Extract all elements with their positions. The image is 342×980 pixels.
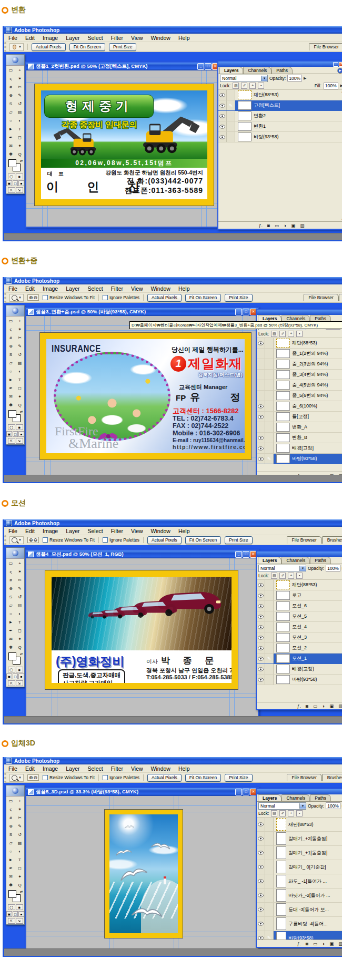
layer-name[interactable]: 모션_4 — [292, 624, 307, 630]
notes-tool-icon[interactable]: ✉ — [6, 392, 15, 401]
maximize-button[interactable]: □ — [205, 63, 212, 70]
delete-layer-button[interactable]: ▥ — [300, 223, 304, 228]
palette-tab[interactable]: Channels — [243, 67, 271, 74]
opacity-value[interactable]: 100% — [287, 75, 302, 81]
slice-tool-icon[interactable]: ✂ — [15, 576, 24, 584]
app-title-bar[interactable]: Adobe Photoshop — [4, 757, 342, 764]
eraser-tool-icon[interactable]: ▱ — [6, 108, 15, 116]
new-layer-button[interactable]: ▣ — [329, 703, 334, 709]
lock-position-icon[interactable]: + — [288, 573, 294, 579]
minimize-button[interactable]: _ — [197, 63, 204, 70]
delete-layer-button[interactable]: ▥ — [338, 941, 342, 946]
layer-thumbnail[interactable] — [238, 101, 252, 110]
zoom-tool-icon[interactable]: Q — [15, 643, 24, 651]
layer-thumbnail[interactable] — [276, 665, 290, 673]
ignore-palettes-checkbox[interactable]: Ignore Palettes — [103, 775, 139, 780]
notes-tool-icon[interactable]: ✉ — [6, 872, 15, 881]
full-screen-button[interactable]: ■ — [18, 431, 24, 437]
add-mask-button[interactable]: ◙ — [306, 703, 308, 709]
layer-name[interactable]: 파도_ -1[들어가 ... — [288, 878, 327, 885]
type-tool-icon[interactable]: T — [15, 855, 24, 864]
layer-name[interactable]: 구름바탕 -4[들어... — [288, 921, 328, 927]
layer-thumbnail[interactable] — [276, 622, 290, 631]
slice-tool-icon[interactable]: ✂ — [15, 83, 24, 91]
zoom-tool-icon[interactable]: Q — [15, 881, 24, 889]
menu-item[interactable]: Window — [151, 285, 170, 292]
blend-mode-select[interactable]: Normal▼ — [220, 75, 268, 82]
crop-tool-icon[interactable]: # — [6, 576, 15, 584]
standard-mode-button[interactable]: ◯ — [8, 173, 15, 179]
menu-item[interactable]: View — [131, 285, 143, 292]
rectangular-marquee-tool-icon[interactable]: ▭ — [6, 317, 15, 325]
lock-transparency-icon[interactable]: ▨ — [271, 331, 277, 337]
menu-item[interactable]: Select — [87, 285, 103, 292]
eyedropper-tool-icon[interactable]: ✦ — [15, 872, 24, 881]
layer-row[interactable]: ✎ 바닷가_-2[들어가 ... — [257, 889, 342, 903]
eye-toggle[interactable] — [257, 454, 265, 464]
layer-thumbnail[interactable] — [276, 360, 290, 369]
layer-name[interactable]: 변환_B — [292, 434, 307, 441]
menu-item[interactable]: Image — [43, 765, 58, 772]
eye-toggle[interactable] — [218, 111, 227, 121]
healing-brush-tool-icon[interactable]: ⊕ — [6, 91, 15, 99]
menu-item[interactable]: Edit — [25, 528, 35, 534]
layer-row[interactable]: ✎ 모션_3 — [257, 632, 342, 643]
eye-toggle[interactable] — [257, 601, 265, 611]
layer-name[interactable]: 줌_3(4번의 94%) — [292, 371, 328, 378]
magic-wand-tool-icon[interactable]: ✶ — [15, 325, 24, 333]
add-mask-button[interactable]: ◙ — [306, 941, 308, 946]
canvas[interactable]: (주)영화정비 판금,도색,중고차매매사고차량 고가매입 이사박 종 문 경북 … — [26, 558, 258, 716]
palette-menu-arrow-icon[interactable]: ▶ — [337, 68, 342, 74]
palette-title-bar[interactable]: _ ✕ — [257, 310, 342, 315]
lock-position-icon[interactable]: + — [288, 810, 294, 816]
menu-item[interactable]: View — [131, 528, 143, 534]
eye-toggle[interactable] — [257, 860, 265, 874]
layer-name[interactable]: 모션_3 — [292, 634, 307, 641]
layer-row[interactable]: ✎ 바탕(93*58) — [257, 931, 342, 940]
magic-wand-tool-icon[interactable]: ✶ — [15, 567, 24, 576]
menu-item[interactable]: Layer — [66, 765, 79, 772]
eye-toggle[interactable] — [257, 370, 265, 380]
layer-name[interactable]: 모션_6 — [292, 603, 307, 609]
hand-tool-icon[interactable]: ✽ — [6, 401, 15, 409]
layer-thumbnail[interactable] — [276, 875, 286, 887]
layer-thumbnail[interactable] — [276, 454, 290, 463]
blend-mode-select[interactable]: Normal▼ — [258, 565, 306, 572]
fit-on-screen-button[interactable]: Fit On Screen — [69, 43, 105, 51]
hand-tool-icon[interactable]: ✽ — [6, 150, 15, 158]
palette-tab[interactable]: Paths — [271, 67, 293, 74]
palette-minimize-button[interactable]: _ — [333, 62, 338, 67]
actual-pixels-button[interactable]: Actual Pixels — [32, 43, 66, 51]
palette-close-button[interactable]: ✕ — [339, 62, 342, 67]
clone-stamp-tool-icon[interactable]: S — [6, 350, 15, 359]
slice-tool-icon[interactable]: ✂ — [15, 333, 24, 342]
brush-tool-icon[interactable]: ✎ — [15, 91, 24, 99]
lock-transparency-icon[interactable]: ▨ — [271, 573, 277, 579]
color-swatches[interactable]: ⇄ — [7, 410, 23, 423]
layer-row[interactable]: ✎ 구름바탕 -4[들어... — [257, 917, 342, 931]
quick-mask-button[interactable]: ◉ — [16, 424, 23, 430]
standard-screen-button[interactable]: ▣ — [6, 431, 12, 437]
notes-tool-icon[interactable]: ✉ — [6, 141, 15, 150]
eye-toggle[interactable] — [257, 874, 265, 888]
new-layer-button[interactable]: ▣ — [329, 941, 334, 946]
layer-thumbnail[interactable] — [276, 644, 290, 652]
swap-colors-icon[interactable]: ⇄ — [20, 652, 23, 656]
full-screen-menu-button[interactable]: ▢ — [13, 911, 18, 917]
layer-name[interactable]: 배경[고정] — [292, 445, 314, 452]
jump-to-imageready-button[interactable]: ⇱ — [8, 438, 15, 444]
lasso-tool-icon[interactable]: ς — [6, 805, 15, 813]
layer-thumbnail[interactable] — [276, 349, 290, 358]
menu-item[interactable]: Filter — [111, 35, 123, 41]
zoom-tool-icon[interactable]: Q — [15, 401, 24, 409]
full-screen-menu-button[interactable]: ▢ — [13, 673, 18, 679]
layer-row[interactable]: ✎ 바탕(93*58) — [257, 675, 342, 685]
magic-wand-tool-icon[interactable]: ✶ — [15, 74, 24, 83]
eraser-tool-icon[interactable]: ▱ — [6, 601, 15, 609]
menu-item[interactable]: Edit — [25, 285, 35, 292]
slice-tool-icon[interactable]: ✂ — [15, 813, 24, 822]
layer-row[interactable]: ✎ 모션_4 — [257, 622, 342, 632]
jump-to-imageready-button[interactable]: ⇲ — [16, 918, 23, 924]
layer-style-button[interactable]: ƒ. — [297, 941, 301, 946]
canvas[interactable]: 형제중기 각종 중장비 임대문의 02,06w,08w,5.5t,15t덤프 대… — [26, 70, 220, 227]
